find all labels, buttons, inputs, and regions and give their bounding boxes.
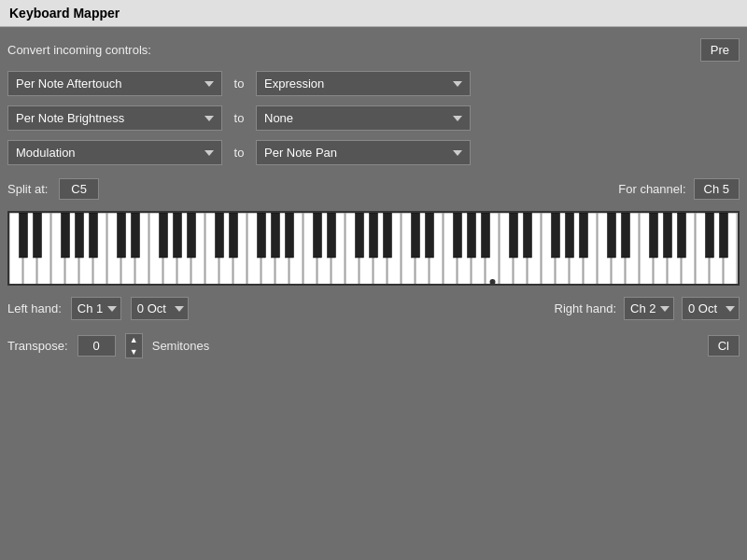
to-label-2: to [230,111,248,125]
svg-rect-84 [622,213,630,258]
mapping-row-2: Per Note Aftertouch Per Note Brightness … [7,105,740,131]
svg-rect-88 [706,213,714,258]
mapping-3-from-select[interactable]: Per Note Aftertouch Per Note Brightness … [7,140,222,165]
svg-rect-65 [258,213,266,258]
svg-rect-82 [580,213,588,258]
mapping-1-from-select[interactable]: Per Note Aftertouch Per Note Brightness … [7,71,222,96]
keyboard-mapper-window: Keyboard Mapper Convert incoming control… [0,0,747,560]
svg-rect-86 [664,213,672,258]
svg-rect-77 [482,213,490,258]
svg-rect-58 [118,213,126,258]
semitone-up-button[interactable]: ▲ [126,334,142,346]
svg-rect-55 [62,213,70,258]
split-row: Split at: C5 For channel: Ch 5 [7,178,740,200]
transpose-label: Transpose: [7,339,68,353]
to-label-1: to [230,77,248,91]
right-hand-octave-select[interactable]: -4 Oct-3 Oct-2 Oct-1 Oct 0 Oct1 Oct2 Oct… [682,297,740,320]
left-hand-label: Left hand: [7,301,62,315]
svg-rect-78 [510,213,518,258]
right-hand-label: Right hand: [555,301,617,315]
svg-rect-67 [286,213,294,258]
piano-keyboard[interactable] [7,211,740,286]
svg-rect-80 [552,213,560,258]
mapping-1-to-select[interactable]: Expression None Per Note Pan Modulation [256,71,471,96]
svg-rect-71 [370,213,378,258]
left-hand-octave-select[interactable]: -4 Oct-3 Oct-2 Oct-1 Oct 0 Oct1 Oct2 Oct… [131,297,189,320]
mapping-2-from-select[interactable]: Per Note Aftertouch Per Note Brightness … [7,105,222,131]
left-hand-channel-select[interactable]: Ch 1Ch 2Ch 3Ch 4 Ch 5Ch 6Ch 7Ch 8 [71,297,121,320]
svg-rect-75 [454,213,462,258]
svg-rect-83 [608,213,616,258]
semitone-down-button[interactable]: ▼ [126,346,142,358]
window-title: Keyboard Mapper [9,6,120,21]
top-row: Convert incoming controls: Pre [7,38,740,62]
svg-rect-87 [678,213,686,258]
mapping-3-to-select[interactable]: Expression None Per Note Pan Modulation [256,140,471,165]
to-label-3: to [230,146,248,160]
svg-rect-59 [132,213,140,258]
piano-svg [9,213,738,286]
mapping-row-1: Per Note Aftertouch Per Note Brightness … [7,71,740,96]
svg-rect-60 [160,213,168,258]
svg-rect-79 [524,213,532,258]
content-area: Convert incoming controls: Pre Per Note … [0,27,747,560]
close-button[interactable]: Cl [708,335,740,357]
preset-button[interactable]: Pre [700,38,740,62]
svg-rect-73 [412,213,420,258]
right-hand-channel-select[interactable]: Ch 1Ch 2Ch 3Ch 4 Ch 5Ch 6Ch 7Ch 8 [624,297,674,320]
for-channel-group: For channel: Ch 5 [618,178,740,200]
svg-point-52 [490,279,496,285]
svg-rect-72 [384,213,392,258]
semitones-label: Semitones [152,339,209,353]
for-channel-label: For channel: [618,182,685,196]
transpose-row: Transpose: 0 ▲ ▼ Semitones Cl [7,333,740,358]
semitone-spinner[interactable]: ▲ ▼ [125,333,143,358]
right-hand-group: Right hand: Ch 1Ch 2Ch 3Ch 4 Ch 5Ch 6Ch … [555,297,740,320]
mapping-row-3: Per Note Aftertouch Per Note Brightness … [7,140,740,165]
svg-rect-62 [188,213,196,258]
split-label: Split at: [7,182,48,196]
hands-row: Left hand: Ch 1Ch 2Ch 3Ch 4 Ch 5Ch 6Ch 7… [7,297,740,320]
svg-rect-76 [468,213,476,258]
transpose-value: 0 [78,335,116,357]
split-value-button[interactable]: C5 [59,178,99,200]
svg-rect-69 [328,213,336,258]
svg-rect-63 [216,213,224,258]
svg-rect-85 [650,213,658,258]
svg-rect-56 [76,213,84,258]
svg-rect-66 [272,213,280,258]
for-channel-value: Ch 5 [694,178,740,200]
svg-rect-74 [426,213,434,258]
convert-label: Convert incoming controls: [7,43,151,57]
svg-rect-54 [34,213,42,258]
svg-rect-81 [566,213,574,258]
svg-rect-53 [20,213,28,258]
svg-rect-61 [174,213,182,258]
svg-rect-68 [314,213,322,258]
svg-rect-89 [720,213,728,258]
svg-rect-64 [230,213,238,258]
svg-rect-57 [90,213,98,258]
mapping-2-to-select[interactable]: Expression None Per Note Pan Modulation [256,105,471,131]
svg-rect-70 [356,213,364,258]
title-bar: Keyboard Mapper [0,0,747,27]
